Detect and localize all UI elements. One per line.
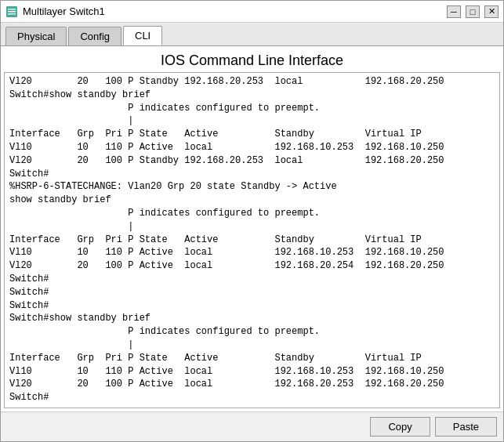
title-bar-left: Multilayer Switch1 — [5, 5, 105, 18]
tab-physical[interactable]: Physical — [5, 27, 67, 45]
bottom-bar: Copy Paste — [1, 411, 503, 441]
app-icon — [5, 5, 18, 18]
window-controls: ─ □ ✕ — [447, 5, 499, 18]
paste-button[interactable]: Paste — [435, 417, 497, 437]
close-button[interactable]: ✕ — [484, 5, 499, 18]
content-area: IOS Command Line Interface Switch#show s… — [1, 46, 503, 411]
svg-rect-2 — [8, 11, 16, 13]
maximize-button[interactable]: □ — [466, 5, 480, 18]
tab-cli[interactable]: CLI — [123, 26, 162, 45]
copy-button[interactable]: Copy — [370, 417, 430, 437]
minimize-button[interactable]: ─ — [447, 5, 461, 18]
svg-rect-3 — [8, 13, 16, 15]
terminal-output[interactable]: Switch#show standby brief P indicates co… — [5, 73, 499, 408]
main-window: Multilayer Switch1 ─ □ ✕ Physical Config… — [0, 0, 504, 442]
terminal-wrapper: Switch#show standby brief P indicates co… — [4, 72, 500, 408]
tab-config[interactable]: Config — [68, 27, 121, 45]
tab-bar: Physical Config CLI — [1, 23, 503, 46]
svg-rect-1 — [8, 9, 16, 10]
page-title: IOS Command Line Interface — [1, 46, 503, 72]
title-bar: Multilayer Switch1 ─ □ ✕ — [1, 1, 503, 23]
window-title: Multilayer Switch1 — [23, 5, 105, 17]
